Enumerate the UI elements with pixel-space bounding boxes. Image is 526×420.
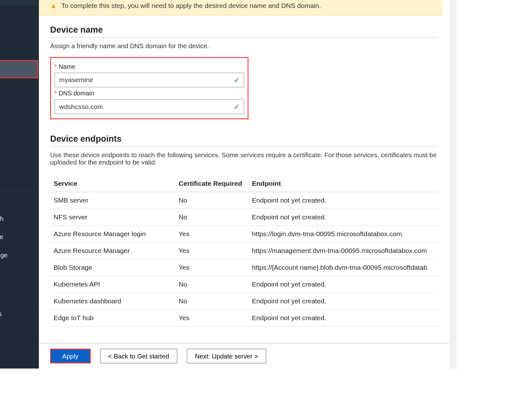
- sidebar-section-label: TROUBLESHOOTING: [0, 282, 39, 304]
- sidebar-item-support[interactable]: 👤Support: [0, 322, 39, 340]
- dns-label: *DNS domain: [55, 90, 244, 97]
- table-cell: Azure Resource Manager: [50, 242, 175, 259]
- vertical-scrollbar[interactable]: [450, 0, 456, 369]
- table-cell: Endpoint not yet created.: [248, 310, 438, 326]
- sidebar-item-vpn[interactable]: 🔒VPN: [0, 132, 39, 151]
- check-icon: ✓: [234, 102, 240, 112]
- table-cell: Yes: [175, 242, 248, 259]
- table-cell: No: [175, 293, 248, 310]
- sidebar-item-hardware-health[interactable]: ▦Hardware health: [0, 210, 39, 228]
- table-row: SMB serverNoEndpoint not yet created.: [50, 192, 438, 209]
- table-row: Azure Resource Manager loginYeshttps://l…: [50, 226, 438, 242]
- sidebar-item-software-update[interactable]: ⬇Software update: [0, 228, 39, 246]
- table-row: Edge IoT hubYesEndpoint not yet created.: [50, 310, 438, 326]
- check-icon: ✓: [234, 75, 240, 85]
- table-row: Azure Resource ManagerYeshttps://managem…: [50, 242, 438, 259]
- table-cell: https://[Account name].blob.dvm-tma-0009…: [248, 259, 438, 276]
- sidebar: CONFIGURATION☁Get started▥Network🖥Comput…: [0, 0, 39, 369]
- table-cell: https://management.dvm-tma-00095.microso…: [248, 242, 438, 259]
- table-cell: Yes: [175, 259, 248, 276]
- sidebar-item-cloud-details[interactable]: ⚙Cloud details: [0, 151, 39, 169]
- endpoints-heading: Device endpoints: [50, 134, 438, 147]
- sidebar-item-update-server[interactable]: ⬆Update server: [0, 78, 39, 96]
- sidebar-item-certificates[interactable]: 📜Certificates: [0, 114, 39, 132]
- sidebar-item-web-proxy[interactable]: 🌐Web proxy: [0, 42, 39, 60]
- sidebar-item-time[interactable]: 🕓Time: [0, 96, 39, 114]
- table-cell: Kubernetes dashboard: [50, 293, 175, 310]
- sidebar-item-device-reset[interactable]: ↻Device reset: [0, 264, 39, 282]
- dns-input[interactable]: [55, 100, 244, 114]
- device-name-desc: Assign a friendly name and DNS domain fo…: [50, 42, 438, 49]
- main-panel: Device DVM-TMA-00095 ▲ To complete this …: [39, 0, 456, 369]
- warning-text: To complete this step, you will need to …: [61, 2, 321, 10]
- sidebar-item-device[interactable]: ▤Device: [0, 60, 38, 78]
- sidebar-item-label: Software update: [0, 233, 3, 240]
- table-header: Endpoint: [248, 175, 438, 192]
- table-cell: No: [175, 192, 248, 209]
- table-row: Kubernetes APINoEndpoint not yet created…: [50, 276, 438, 293]
- sidebar-item-label: Password change: [0, 251, 8, 258]
- apply-button[interactable]: Apply: [50, 349, 90, 363]
- table-cell: NFS server: [50, 209, 175, 226]
- sidebar-item-network[interactable]: ▥Network: [0, 6, 39, 24]
- table-cell: No: [175, 209, 248, 226]
- device-name-form: *Name ✓ *DNS domain ✓: [50, 57, 248, 119]
- table-cell: Yes: [175, 310, 248, 326]
- sidebar-item-password-change[interactable]: 🔑Password change: [0, 246, 39, 264]
- name-input[interactable]: [55, 73, 244, 87]
- endpoints-desc: Use these device endpoints to reach the …: [50, 151, 438, 166]
- table-cell: Blob Storage: [50, 259, 175, 276]
- table-cell: Edge IoT hub: [50, 310, 175, 326]
- sidebar-item-compute[interactable]: 🖥Compute: [0, 24, 39, 42]
- sidebar-item-label: Diagnostic tests: [0, 310, 2, 317]
- table-cell: Azure Resource Manager login: [50, 226, 175, 242]
- table-cell: No: [175, 276, 248, 293]
- table-cell: Endpoint not yet created.: [248, 293, 438, 310]
- endpoints-table: ServiceCertificate RequiredEndpoint SMB …: [50, 175, 438, 327]
- table-header: Certificate Required: [175, 175, 248, 192]
- table-cell: SMB server: [50, 192, 175, 209]
- table-cell: Endpoint not yet created.: [248, 192, 438, 209]
- table-row: Blob StorageYeshttps://[Account name].bl…: [50, 259, 438, 276]
- device-name-heading: Device name: [50, 25, 438, 38]
- warning-banner: ▲ To complete this step, you will need t…: [39, 0, 443, 15]
- table-cell: Endpoint not yet created.: [248, 276, 438, 293]
- name-label: *Name: [55, 63, 244, 70]
- table-cell: Kubernetes API: [50, 276, 175, 293]
- table-cell: Yes: [175, 226, 248, 242]
- sidebar-item-get-started[interactable]: ☁Get started: [0, 0, 39, 6]
- table-row: NFS serverNoEndpoint not yet created.: [50, 209, 438, 226]
- sidebar-item-diagnostic-tests[interactable]: 📈Diagnostic tests: [0, 304, 39, 322]
- table-cell: https://login.dvm-tma-00095.microsoftdat…: [248, 226, 438, 242]
- warning-icon: ▲: [50, 2, 57, 10]
- sidebar-section-label: MAINTENANCE: [0, 169, 39, 191]
- footer-bar: Apply < Back to Get started Next: Update…: [39, 343, 449, 368]
- table-row: Kubernetes dashboardNoEndpoint not yet c…: [50, 293, 438, 310]
- table-cell: Endpoint not yet created.: [248, 209, 438, 226]
- sidebar-item-label: Hardware health: [0, 215, 3, 222]
- back-button[interactable]: < Back to Get started: [100, 349, 177, 363]
- table-header: Service: [50, 175, 175, 192]
- sidebar-item-power[interactable]: ⚡Power: [0, 191, 39, 209]
- next-button[interactable]: Next: Update server >: [187, 349, 266, 363]
